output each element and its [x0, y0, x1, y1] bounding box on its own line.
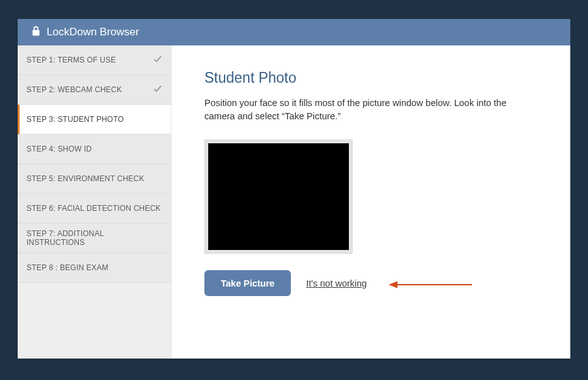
- svg-rect-0: [33, 30, 40, 35]
- check-icon: [153, 85, 162, 95]
- arrow-annotation-icon: [389, 280, 474, 292]
- page-title: Student Photo: [204, 69, 538, 86]
- sidebar-item-label: STEP 3: STUDENT PHOTO: [26, 115, 162, 124]
- sidebar-item-step7[interactable]: STEP 7: ADDITIONAL INSTRUCTIONS: [18, 223, 171, 253]
- sidebar: STEP 1: TERMS OF USE STEP 2: WEBCAM CHEC…: [18, 45, 172, 359]
- svg-marker-2: [389, 282, 397, 288]
- sidebar-item-label: STEP 6: FACIAL DETECTION CHECK: [26, 204, 162, 213]
- sidebar-item-label: STEP 5: ENVIRONMENT CHECK: [26, 174, 162, 183]
- app-window: LockDown Browser STEP 1: TERMS OF USE ST…: [18, 19, 570, 359]
- take-picture-button[interactable]: Take Picture: [204, 270, 291, 296]
- camera-frame: [204, 140, 353, 254]
- main-content: Student Photo Position your face so it f…: [172, 45, 570, 359]
- sidebar-item-step1[interactable]: STEP 1: TERMS OF USE: [18, 45, 171, 75]
- sidebar-item-step6[interactable]: STEP 6: FACIAL DETECTION CHECK: [18, 194, 171, 223]
- app-body: STEP 1: TERMS OF USE STEP 2: WEBCAM CHEC…: [18, 45, 570, 359]
- sidebar-item-step5[interactable]: STEP 5: ENVIRONMENT CHECK: [18, 164, 171, 194]
- titlebar: LockDown Browser: [18, 19, 570, 45]
- action-row: Take Picture It's not working: [204, 270, 538, 296]
- check-icon: [153, 55, 162, 66]
- sidebar-item-label: STEP 1: TERMS OF USE: [26, 56, 153, 64]
- camera-view: [208, 143, 349, 250]
- sidebar-item-label: STEP 8 : BEGIN EXAM: [26, 263, 162, 272]
- sidebar-item-step2[interactable]: STEP 2: WEBCAM CHECK: [18, 75, 171, 105]
- sidebar-item-label: STEP 4: SHOW ID: [26, 145, 162, 153]
- sidebar-item-step4[interactable]: STEP 4: SHOW ID: [18, 134, 171, 164]
- not-working-link[interactable]: It's not working: [306, 278, 367, 288]
- app-title: LockDown Browser: [47, 26, 139, 39]
- sidebar-item-step8[interactable]: STEP 8 : BEGIN EXAM: [18, 253, 171, 283]
- lock-icon: [32, 26, 40, 39]
- sidebar-item-label: STEP 7: ADDITIONAL INSTRUCTIONS: [26, 229, 162, 247]
- instructions-text: Position your face so it fills most of t…: [204, 97, 520, 123]
- sidebar-item-step3[interactable]: STEP 3: STUDENT PHOTO: [18, 105, 171, 134]
- sidebar-item-label: STEP 2: WEBCAM CHECK: [26, 85, 153, 94]
